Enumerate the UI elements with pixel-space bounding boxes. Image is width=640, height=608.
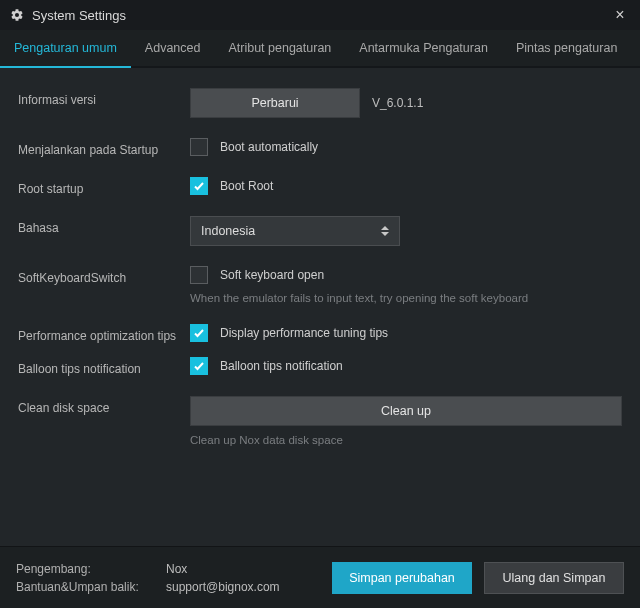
checkbox-label: Boot Root — [220, 179, 273, 193]
row-softkeyboard: SoftKeyboardSwitch Soft keyboard open Wh… — [18, 266, 622, 304]
content: Informasi versi Perbarui V_6.0.1.1 Menja… — [0, 68, 640, 546]
label-clean: Clean disk space — [18, 396, 190, 415]
checkbox-label: Soft keyboard open — [220, 268, 324, 282]
tab-label: Advanced — [145, 41, 201, 55]
button-label: Clean up — [381, 404, 431, 418]
checkbox-balloon[interactable] — [190, 357, 208, 375]
reset-button[interactable]: Ulang dan Simpan — [484, 562, 624, 594]
label-startup: Menjalankan pada Startup — [18, 138, 190, 157]
row-startup: Menjalankan pada Startup Boot automatica… — [18, 138, 622, 157]
label-balloon: Balloon tips notification — [18, 357, 190, 376]
row-balloon: Balloon tips notification Balloon tips n… — [18, 357, 622, 376]
developer-value: Nox — [166, 562, 280, 576]
tab-attribute[interactable]: Atribut pengaturan — [214, 30, 345, 66]
tabs: Pengaturan umum Advanced Atribut pengatu… — [0, 30, 640, 68]
button-label: Simpan perubahan — [349, 571, 455, 585]
softkeyboard-hint: When the emulator fails to input text, t… — [190, 292, 622, 304]
button-label: Perbarui — [251, 96, 298, 110]
label-root: Root startup — [18, 177, 190, 196]
close-icon[interactable]: × — [610, 6, 630, 24]
tab-label: Antarmuka Pengaturan — [359, 41, 488, 55]
settings-window: System Settings × Pengaturan umum Advanc… — [0, 0, 640, 608]
update-button[interactable]: Perbarui — [190, 88, 360, 118]
cleanup-button[interactable]: Clean up — [190, 396, 622, 426]
tab-interface[interactable]: Antarmuka Pengaturan — [345, 30, 502, 66]
tab-label: Pengaturan umum — [14, 41, 117, 55]
label-version: Informasi versi — [18, 88, 190, 107]
support-label: Bantuan&Umpan balik: — [16, 580, 166, 594]
row-language: Bahasa Indonesia — [18, 216, 622, 246]
label-softkeyboard: SoftKeyboardSwitch — [18, 266, 190, 285]
tab-shortcut[interactable]: Pintas pengaturan — [502, 30, 631, 66]
save-button[interactable]: Simpan perubahan — [332, 562, 472, 594]
window-title: System Settings — [32, 8, 610, 23]
row-root: Root startup Boot Root — [18, 177, 622, 196]
tab-advanced[interactable]: Advanced — [131, 30, 215, 66]
checkbox-perf-tips[interactable] — [190, 324, 208, 342]
footer-info: Pengembang: Nox Bantuan&Umpan balik: sup… — [16, 562, 280, 594]
clean-hint: Clean up Nox data disk space — [190, 434, 622, 446]
row-perf-tips: Performance optimization tips Display pe… — [18, 324, 622, 343]
checkbox-boot-root[interactable] — [190, 177, 208, 195]
row-version: Informasi versi Perbarui V_6.0.1.1 — [18, 88, 622, 118]
footer: Pengembang: Nox Bantuan&Umpan balik: sup… — [0, 546, 640, 608]
checkbox-boot-auto[interactable] — [190, 138, 208, 156]
tab-label: Atribut pengaturan — [228, 41, 331, 55]
tab-label: Pintas pengaturan — [516, 41, 617, 55]
language-select[interactable]: Indonesia — [190, 216, 400, 246]
select-value: Indonesia — [201, 224, 255, 238]
checkbox-label: Balloon tips notification — [220, 359, 343, 373]
gear-icon — [10, 8, 24, 22]
support-value: support@bignox.com — [166, 580, 280, 594]
checkbox-label: Boot automatically — [220, 140, 318, 154]
label-perf-tips: Performance optimization tips — [18, 324, 190, 343]
checkbox-label: Display performance tuning tips — [220, 326, 388, 340]
developer-label: Pengembang: — [16, 562, 166, 576]
titlebar: System Settings × — [0, 0, 640, 30]
button-label: Ulang dan Simpan — [503, 571, 606, 585]
tab-general[interactable]: Pengaturan umum — [0, 30, 131, 66]
row-clean: Clean disk space Clean up Clean up Nox d… — [18, 396, 622, 446]
checkbox-softkeyboard[interactable] — [190, 266, 208, 284]
chevron-updown-icon — [381, 226, 389, 236]
version-text: V_6.0.1.1 — [372, 96, 423, 110]
label-language: Bahasa — [18, 216, 190, 235]
